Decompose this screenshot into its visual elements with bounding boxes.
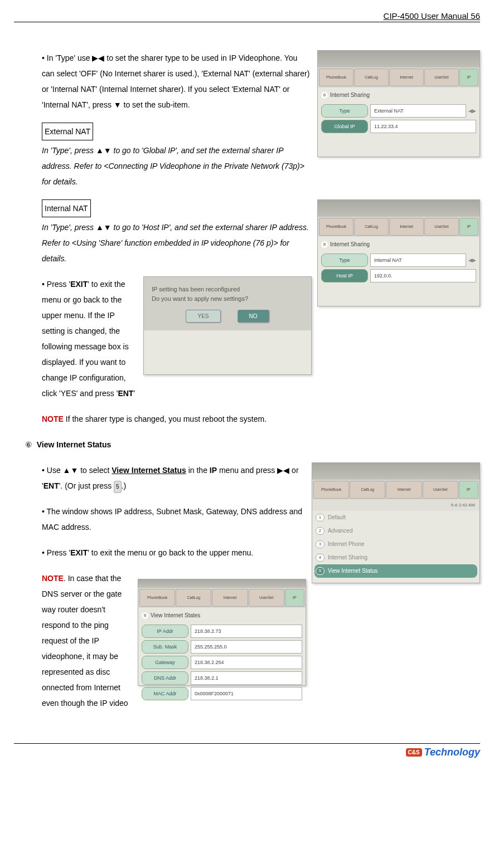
tab-ip: IP [459,69,478,86]
screenshot-confirm-dialog: IP setting has been reconfigured Do you … [143,276,312,375]
dialog-message: IP setting has been reconfigured Do you … [152,285,303,303]
menu-item-advanced: Advanced [328,525,352,537]
internal-nat-heading: Internal NAT [42,199,91,217]
host-ip-value: 192.0.0. [370,269,476,282]
external-nat-heading: External NAT [42,123,93,140]
tab-userset: UserSet [424,69,459,86]
tab-calllog: CallLog [354,69,389,86]
tab-phonebook: PhoneBook [139,589,175,607]
panel-title: Internet Sharing [330,90,370,101]
host-ip-label: Host IP [321,269,368,282]
subnet-label: Sub. Mask [142,640,188,654]
global-ip-value: 11.22.33.4 [370,120,476,133]
menu-item-default: Default [328,512,346,523]
screenshot-external-nat: PhoneBook CallLog Internet UserSet IP 8I… [317,50,480,157]
type-label: Type [321,253,368,267]
page-header: CIP-4500 User Manual 56 [14,11,480,21]
panel-title: Internet Sharing [330,239,370,250]
tab-internet: Internet [212,589,248,607]
tab-ip: IP [285,589,304,607]
menu-item-view-status: View Internet Status [328,565,377,577]
gateway-value: 218.38.2.254 [191,656,302,669]
panel-title: View Internet States [151,610,200,621]
ip-addr-value: 218.38.2.73 [191,625,302,638]
tab-internet: Internet [386,481,422,499]
tab-internet: Internet [389,69,424,86]
tab-phonebook: PhoneBook [319,218,353,236]
tab-phonebook: PhoneBook [319,69,353,86]
menu-item-internet-phone: Internet Phone [328,539,365,550]
ip-addr-label: IP Addr [142,625,188,638]
tab-userset: UserSet [249,589,284,607]
yes-button[interactable]: YES [186,310,220,323]
company-logo: C&S Technology [406,747,480,758]
logo-badge-icon: C&S [406,748,422,757]
subnet-value: 255.255.255.0 [191,640,302,654]
screenshot-internal-nat: PhoneBook CallLog Internet UserSet IP 8I… [317,199,480,306]
screenshot-ip-menu: PhoneBook CallLog Internet UserSet IP 5-… [312,462,480,583]
dns-value: 218.38.2.1 [191,671,302,685]
screenshot-internet-status: PhoneBook CallLog Internet UserSet IP 8V… [138,579,306,686]
global-ip-label: Global IP [321,120,368,133]
dns-label: DNS Addr [142,671,188,685]
type-value: External NAT [370,104,466,118]
key-5-icon: 5 [114,481,122,493]
tab-ip: IP [459,481,478,499]
tab-userset: UserSet [424,218,459,236]
section-6-heading: ⑥ View Internet Status [25,437,480,452]
time-display: 5-6 2:42 AM [312,500,480,511]
mac-label: MAC Addr [142,687,188,700]
type-label: Type [321,104,368,118]
tab-internet: Internet [389,218,424,236]
mac-value: 0x0008F2000071 [191,687,302,700]
type-value: Internal NAT [370,253,466,267]
tab-calllog: CallLog [354,218,389,236]
tab-calllog: CallLog [350,481,385,499]
tab-ip: IP [459,218,478,236]
tab-userset: UserSet [423,481,458,499]
gateway-label: Gateway [142,656,188,669]
tab-calllog: CallLog [176,589,211,607]
note-reboot: NOTE If the sharer type is changed, you … [42,411,480,427]
menu-item-internet-sharing: Internet Sharing [328,552,367,563]
no-button[interactable]: NO [238,310,269,323]
tab-phonebook: PhoneBook [313,481,349,499]
